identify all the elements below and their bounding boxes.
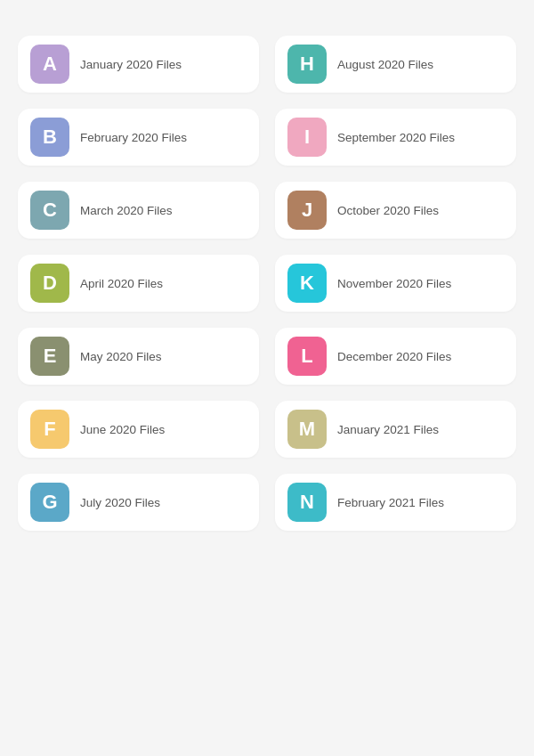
folder-label-h: August 2020 Files	[337, 58, 433, 71]
folder-label-e: May 2020 Files	[80, 350, 162, 363]
folder-item-f[interactable]: FJune 2020 Files	[18, 401, 259, 458]
folder-badge-m: M	[287, 410, 327, 449]
folder-label-f: June 2020 Files	[80, 423, 165, 436]
folder-item-a[interactable]: AJanuary 2020 Files	[18, 36, 259, 93]
folder-item-c[interactable]: CMarch 2020 Files	[18, 182, 259, 239]
folder-label-l: December 2020 Files	[337, 350, 451, 363]
folder-grid: AJanuary 2020 FilesHAugust 2020 FilesBFe…	[18, 36, 516, 531]
folder-item-n[interactable]: NFebruary 2021 Files	[275, 474, 516, 531]
folder-badge-k: K	[287, 264, 327, 303]
folder-badge-h: H	[287, 45, 327, 84]
folder-item-m[interactable]: MJanuary 2021 Files	[275, 401, 516, 458]
folder-item-g[interactable]: GJuly 2020 Files	[18, 474, 259, 531]
folder-item-b[interactable]: BFebruary 2020 Files	[18, 109, 259, 166]
folder-badge-n: N	[287, 483, 327, 522]
folder-item-l[interactable]: LDecember 2020 Files	[275, 328, 516, 385]
folder-badge-g: G	[30, 483, 69, 522]
folder-label-n: February 2021 Files	[337, 496, 444, 509]
folder-badge-c: C	[30, 191, 69, 230]
folder-badge-b: B	[30, 118, 69, 157]
folder-badge-j: J	[287, 191, 327, 230]
folder-badge-f: F	[30, 410, 69, 449]
folder-item-i[interactable]: ISeptember 2020 Files	[275, 109, 516, 166]
folder-item-d[interactable]: DApril 2020 Files	[18, 255, 259, 312]
folder-badge-i: I	[287, 118, 327, 157]
folder-item-e[interactable]: EMay 2020 Files	[18, 328, 259, 385]
folder-label-b: February 2020 Files	[80, 131, 187, 144]
folder-label-m: January 2021 Files	[337, 423, 439, 436]
folder-label-c: March 2020 Files	[80, 204, 173, 217]
folder-label-g: July 2020 Files	[80, 496, 160, 509]
folder-item-k[interactable]: KNovember 2020 Files	[275, 255, 516, 312]
folder-badge-d: D	[30, 264, 69, 303]
folder-badge-e: E	[30, 337, 69, 376]
folder-label-k: November 2020 Files	[337, 277, 451, 290]
folder-badge-l: L	[287, 337, 327, 376]
folder-label-i: September 2020 Files	[337, 131, 455, 144]
folder-item-j[interactable]: JOctober 2020 Files	[275, 182, 516, 239]
folder-label-j: October 2020 Files	[337, 204, 439, 217]
folder-badge-a: A	[30, 45, 69, 84]
folder-label-a: January 2020 Files	[80, 58, 182, 71]
folder-label-d: April 2020 Files	[80, 277, 163, 290]
folder-item-h[interactable]: HAugust 2020 Files	[275, 36, 516, 93]
